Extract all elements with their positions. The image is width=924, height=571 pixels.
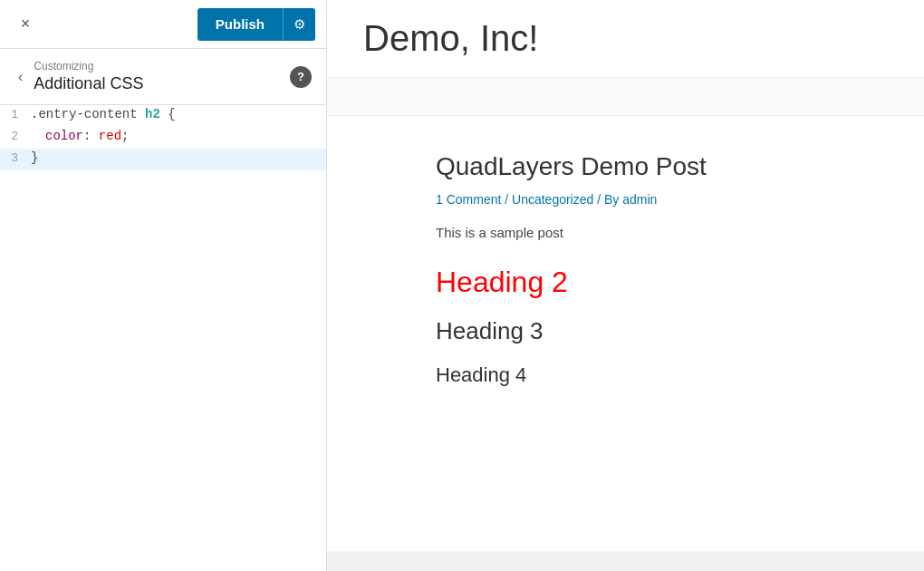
post-meta: 1 Comment / Uncategorized / By admin (436, 192, 870, 207)
post-title: QuadLayers Demo Post (436, 152, 870, 181)
right-panel: Demo, Inc! QuadLayers Demo Post 1 Commen… (327, 0, 924, 571)
code-line-3: 3 } (0, 149, 326, 170)
customizing-text: Customizing Additional CSS (34, 60, 143, 93)
code-editor[interactable]: 1 .entry-content h2 { 2 color: red; 3 } (0, 105, 326, 571)
site-title: Demo, Inc! (363, 18, 888, 59)
code-lines: 1 .entry-content h2 { 2 color: red; 3 } (0, 105, 326, 170)
line-content-3: } (27, 150, 326, 165)
line-content-1: .entry-content h2 { (27, 107, 326, 121)
line-number-2: 2 (0, 129, 27, 143)
back-button[interactable]: ‹ (14, 65, 26, 89)
customizing-header: ‹ Customizing Additional CSS ? (0, 49, 326, 105)
customizing-label: Customizing (34, 60, 143, 73)
left-panel: × Publish ⚙ ‹ Customizing Additional CSS… (0, 0, 327, 571)
help-button[interactable]: ? (290, 66, 312, 88)
nav-bar (327, 78, 924, 116)
content-area: QuadLayers Demo Post 1 Comment / Uncateg… (327, 116, 924, 551)
line-number-3: 3 (0, 150, 27, 165)
publish-group: Publish ⚙ (197, 8, 315, 41)
code-line-1: 1 .entry-content h2 { (0, 105, 326, 127)
preview-area: Demo, Inc! QuadLayers Demo Post 1 Commen… (327, 0, 924, 571)
heading-3: Heading 3 (436, 317, 870, 345)
close-button[interactable]: × (11, 10, 40, 39)
line-content-2: color: red; (27, 129, 326, 143)
top-bar: × Publish ⚙ (0, 0, 326, 49)
customizing-title: Additional CSS (34, 74, 143, 93)
site-header: Demo, Inc! (327, 0, 924, 78)
customizing-left: ‹ Customizing Additional CSS (14, 60, 143, 93)
heading-2: Heading 2 (436, 266, 870, 299)
code-line-2: 2 color: red; (0, 127, 326, 149)
heading-4: Heading 4 (436, 363, 870, 387)
gear-button[interactable]: ⚙ (283, 8, 315, 41)
line-number-1: 1 (0, 107, 27, 121)
publish-button[interactable]: Publish (197, 8, 283, 41)
post-excerpt: This is a sample post (436, 225, 870, 240)
